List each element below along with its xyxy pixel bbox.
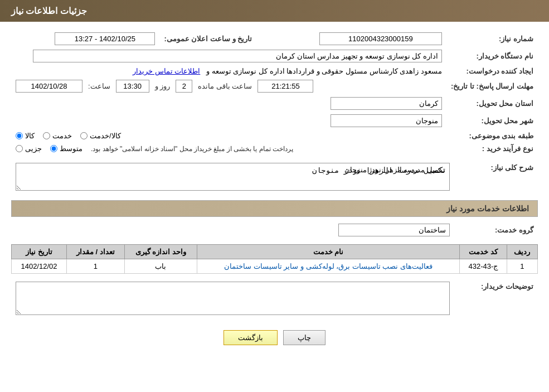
buyer-notes-row: توضیحات خریدار: xyxy=(11,279,538,319)
reply-deadline-datetime: 21:21:55 ساعت باقی مانده 2 روز و 13:30 س… xyxy=(16,80,442,93)
cell-unit: باب xyxy=(124,259,197,274)
reply-deadline-label: مهلت ارسال پاسخ: تا تاریخ: xyxy=(446,78,538,95)
reply-deadline-value: 21:21:55 ساعت باقی مانده 2 روز و 13:30 س… xyxy=(11,78,446,95)
purchase-type-row: نوع فرآیند خرید : پرداخت تمام یا بخشی از… xyxy=(11,142,538,155)
city-value: منوجان xyxy=(11,112,446,129)
table-row: 1 ج-43-432 فعالیت‌های نصب تاسیسات برق، ل… xyxy=(12,259,538,274)
service-group-label: گروه خدمت: xyxy=(454,221,538,239)
purchase-type-label: نوع فرآیند خرید : xyxy=(446,142,538,155)
service-group-table: گروه خدمت: ساختمان xyxy=(11,221,538,239)
service-group-row: گروه خدمت: ساختمان xyxy=(11,221,538,239)
col-row-num: ردیف xyxy=(507,245,537,259)
buyer-org-value: اداره کل نوسازی توسعه و تجهیز مدارس استا… xyxy=(11,47,446,65)
publish-date-box: 1402/10/25 - 13:27 xyxy=(55,32,155,45)
tender-number-box: 1102004323000159 xyxy=(319,32,442,45)
page-wrapper: جزئیات اطلاعات نیاز شماره نیاز: 11020043… xyxy=(0,0,549,392)
cell-service-code: ج-43-432 xyxy=(460,259,507,274)
category-kala-khidmat[interactable]: کالا/خدمت xyxy=(80,132,121,140)
contact-info-link[interactable]: اطلاعات تماس خریدار xyxy=(133,67,200,75)
services-table-body: 1 ج-43-432 فعالیت‌های نصب تاسیسات برق، ل… xyxy=(12,259,538,274)
col-date: تاریخ نیاز xyxy=(12,245,67,259)
city-row: شهر محل تحویل: منوجان xyxy=(11,112,538,129)
reply-date-box: 1402/10/28 xyxy=(16,80,82,93)
purchase-type-medium[interactable]: متوسط xyxy=(50,144,82,153)
buttons-row: چاپ بازگشت xyxy=(11,330,538,345)
cell-date: 1402/12/02 xyxy=(12,259,67,274)
purchase-type-partial[interactable]: جزیی xyxy=(16,144,42,153)
category-row: طبقه بندی موضوعی: کالا/خدمت خدمت کالا xyxy=(11,129,538,142)
back-button[interactable]: بازگشت xyxy=(224,330,278,345)
purchase-type-note: پرداخت تمام یا بخشی از مبلغ خریداز محل "… xyxy=(91,145,293,153)
khidmat-label: خدمت xyxy=(52,132,72,140)
reply-remaining-time-box: 21:21:55 xyxy=(258,80,313,93)
kala-label: کالا xyxy=(25,132,35,140)
description-row: شرح کلی نیاز: تکمیل مدرسه الزهرا نودژ من… xyxy=(11,161,538,195)
cell-service-name: فعالیت‌های نصب تاسیسات برق، لوله‌کشی و س… xyxy=(197,259,460,274)
services-table-head: ردیف کد خدمت نام خدمت واحد اندازه گیری ت… xyxy=(12,245,538,259)
remaining-label: ساعت باقی مانده xyxy=(198,82,252,90)
services-section-header: اطلاعات خدمات مورد نیاز xyxy=(11,200,538,217)
publish-date-value: 1402/10/25 - 13:27 xyxy=(11,30,159,47)
buyer-notes-label: توضیحات خریدار: xyxy=(454,279,538,319)
buyer-org-row: نام دستگاه خریدار: اداره کل نوسازی توسعه… xyxy=(11,47,538,65)
cell-quantity: 1 xyxy=(67,259,125,274)
col-service-name: نام خدمت xyxy=(197,245,460,259)
purchase-type-radio-medium[interactable] xyxy=(50,145,57,152)
city-label: شهر محل تحویل: xyxy=(446,112,538,129)
category-radio-kala-khidmat[interactable] xyxy=(80,132,88,139)
col-unit: واحد اندازه گیری xyxy=(124,245,197,259)
category-radio-kala[interactable] xyxy=(16,132,23,139)
services-table: ردیف کد خدمت نام خدمت واحد اندازه گیری ت… xyxy=(11,244,538,274)
col-service-code: کد خدمت xyxy=(460,245,507,259)
province-box: کرمان xyxy=(331,97,442,110)
category-label: طبقه بندی موضوعی: xyxy=(446,129,538,142)
description-table: شرح کلی نیاز: تکمیل مدرسه الزهرا نودژ من… xyxy=(11,161,538,195)
service-group-box: ساختمان xyxy=(338,224,450,236)
description-value: تکمیل مدرسه الزهرا نودژ منوجان xyxy=(11,161,454,195)
reply-deadline-row: مهلت ارسال پاسخ: تا تاریخ: 21:21:55 ساعت… xyxy=(11,78,538,95)
cell-row-num: 1 xyxy=(507,259,537,274)
category-value: کالا/خدمت خدمت کالا xyxy=(11,129,446,142)
buyer-notes-value xyxy=(11,279,454,319)
city-box: منوجان xyxy=(331,114,442,127)
tender-number-value: 1102004323000159 xyxy=(268,30,446,47)
time-label: ساعت: xyxy=(88,82,110,90)
tender-number-row: شماره نیاز: 1102004323000159 تاریخ و ساع… xyxy=(11,30,538,47)
creator-label: ایجاد کننده درخواست: xyxy=(446,65,538,78)
buyer-notes-textarea[interactable] xyxy=(16,282,450,315)
creator-row: ایجاد کننده درخواست: مسعود زاهدی کارشناس… xyxy=(11,65,538,78)
purchase-type-group: پرداخت تمام یا بخشی از مبلغ خریداز محل "… xyxy=(16,144,442,153)
services-table-header-row: ردیف کد خدمت نام خدمت واحد اندازه گیری ت… xyxy=(12,245,538,259)
page-header: جزئیات اطلاعات نیاز xyxy=(0,0,549,22)
description-textarea[interactable] xyxy=(16,163,450,191)
col-quantity: تعداد / مقدار xyxy=(67,245,125,259)
tender-number-label: شماره نیاز: xyxy=(446,30,538,47)
main-content: شماره نیاز: 1102004323000159 تاریخ و ساع… xyxy=(0,22,549,362)
province-label: استان محل تحویل: xyxy=(446,95,538,112)
days-label: روز و xyxy=(155,82,171,90)
creator-text: مسعود زاهدی کارشناس مسئول حقوقی و قراردا… xyxy=(206,67,442,75)
info-table: شماره نیاز: 1102004323000159 تاریخ و ساع… xyxy=(11,30,538,155)
print-button[interactable]: چاپ xyxy=(283,330,325,345)
category-radio-khidmat[interactable] xyxy=(43,132,50,139)
province-row: استان محل تحویل: کرمان xyxy=(11,95,538,112)
publish-date-label: تاریخ و ساعت اعلان عمومی: xyxy=(159,30,256,47)
purchase-type-radio-partial[interactable] xyxy=(16,145,23,152)
page-title: جزئیات اطلاعات نیاز xyxy=(11,6,87,16)
category-kala[interactable]: کالا xyxy=(16,132,35,140)
reply-days-box: 2 xyxy=(176,80,192,93)
purchase-type-value: پرداخت تمام یا بخشی از مبلغ خریداز محل "… xyxy=(11,142,446,155)
partial-label: جزیی xyxy=(25,144,42,153)
reply-time-box: 13:30 xyxy=(116,80,149,93)
category-khidmat[interactable]: خدمت xyxy=(43,132,72,140)
category-radio-group: کالا/خدمت خدمت کالا xyxy=(16,132,442,140)
creator-value: مسعود زاهدی کارشناس مسئول حقوقی و قراردا… xyxy=(11,65,446,78)
province-value: کرمان xyxy=(11,95,446,112)
buyer-org-box: اداره کل نوسازی توسعه و تجهیز مدارس استا… xyxy=(33,50,442,62)
description-container: تکمیل مدرسه الزهرا نودژ منوجان xyxy=(16,163,450,192)
kala-khidmat-label: کالا/خدمت xyxy=(90,132,121,140)
buyer-notes-table: توضیحات خریدار: xyxy=(11,279,538,319)
description-label: شرح کلی نیاز: xyxy=(454,161,538,195)
buyer-org-label: نام دستگاه خریدار: xyxy=(446,47,538,65)
service-group-value: ساختمان xyxy=(11,221,454,239)
